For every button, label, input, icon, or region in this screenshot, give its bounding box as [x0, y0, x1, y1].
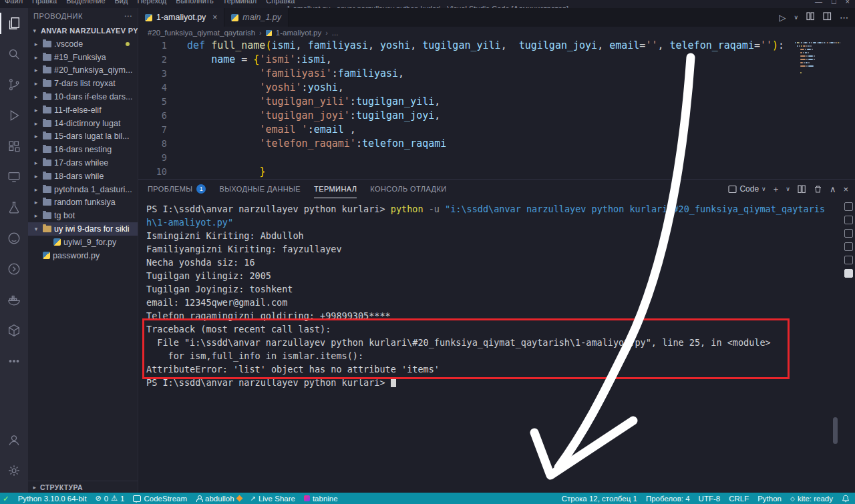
run-dropdown-icon[interactable]: ∨: [794, 14, 798, 21]
new-terminal-icon[interactable]: +: [774, 184, 779, 194]
menu-view[interactable]: Вид: [110, 0, 133, 5]
outline-section[interactable]: ▸ СТРУКТУРА: [28, 481, 138, 493]
remote-explorer-icon[interactable]: [0, 162, 28, 192]
menu-run[interactable]: Выполнить: [171, 0, 218, 5]
maximize-button[interactable]: □: [832, 0, 836, 5]
tree-item[interactable]: ▸18-dars while: [28, 170, 138, 183]
tree-item[interactable]: ▸#20_funksiya_qiym...: [28, 64, 138, 77]
panel-tab-problems[interactable]: ПРОБЛЕМЫ 1: [148, 180, 206, 198]
bottom-panel: ПРОБЛЕМЫ 1 ВЫХОДНЫЕ ДАННЫЕ ТЕРМИНАЛ КОНС…: [138, 179, 855, 493]
terminal-scrollbar[interactable]: [833, 417, 838, 444]
breadcrumb-folder[interactable]: #20_funksiya_qiymat_qaytarish: [148, 29, 255, 37]
breadcrumb[interactable]: #20_funksiya_qiymat_qaytarish › 1-amaliy…: [138, 27, 855, 39]
tree-item[interactable]: ▸tg bot: [28, 209, 138, 222]
testing-flask-icon[interactable]: [0, 192, 28, 223]
activity-bar: [0, 8, 28, 493]
tab-main-1[interactable]: main_1.py: [224, 8, 289, 27]
run-python-file-icon[interactable]: ▷: [779, 13, 786, 23]
tree-item[interactable]: ▸16-dars nesting: [28, 143, 138, 156]
terminal-output[interactable]: PS I:\ssdd\anvar narzullayev python kurl…: [138, 198, 855, 389]
code-line: 3 'familiyasi':familiyasi,: [138, 67, 855, 81]
workspace-root[interactable]: ▾ ANVAR NARZULLAYEV PYT...: [28, 24, 138, 37]
tree-item[interactable]: ▸17-dars whilee: [28, 156, 138, 170]
breadcrumb-symbol[interactable]: ...: [332, 29, 339, 37]
python-interpreter[interactable]: Python 3.10.0 64-bit: [18, 493, 87, 504]
code-editor[interactable]: 1def full_name(ismi, familiyasi, yoshi, …: [138, 39, 855, 179]
maximize-panel-icon[interactable]: ∧: [830, 184, 836, 194]
folder-icon: [43, 107, 51, 113]
menu-go[interactable]: Переход: [132, 0, 171, 5]
tree-item[interactable]: ▸random funksiya: [28, 196, 138, 210]
tree-item[interactable]: ▸14-dictirnory lugat: [28, 117, 138, 130]
account-icon[interactable]: [0, 425, 28, 455]
breadcrumb-file[interactable]: 1-amaliyot.py: [276, 29, 321, 37]
panel-tab-output[interactable]: ВЫХОДНЫЕ ДАННЫЕ: [219, 180, 301, 198]
editor-more-actions-icon[interactable]: ⋯: [840, 13, 848, 23]
tree-item[interactable]: ▸#19_Funksiya: [28, 51, 138, 64]
close-button[interactable]: ×: [846, 0, 850, 5]
search-icon[interactable]: [0, 39, 28, 69]
account-status[interactable]: abdulloh: [196, 493, 241, 504]
minimap[interactable]: [795, 42, 840, 75]
tree-item[interactable]: password.py: [28, 249, 138, 262]
extensions-icon[interactable]: [0, 131, 28, 162]
github-icon[interactable]: [0, 223, 28, 254]
title-bar: Файл Правка Выделение Вид Переход Выполн…: [0, 0, 855, 8]
codestream-status[interactable]: CodeStream: [133, 493, 187, 504]
terminal-dropdown-icon[interactable]: ∨: [786, 186, 790, 192]
encoding[interactable]: UTF-8: [699, 493, 721, 504]
tree-item[interactable]: ▸11-if-else-elif: [28, 103, 138, 117]
split-editor-icon[interactable]: [806, 12, 815, 23]
project-manager-icon[interactable]: [0, 315, 28, 346]
close-panel-icon[interactable]: ×: [843, 184, 848, 194]
tree-item[interactable]: uyiwi_9_for.py: [28, 236, 138, 249]
status-bar: ✓ Python 3.10.0 64-bit ⊘0 ⚠1 CodeStream …: [0, 493, 855, 504]
menu-file[interactable]: Файл: [0, 0, 27, 5]
tab-1-amaliyot[interactable]: 1-amaliyot.py ×: [138, 8, 224, 27]
modified-dot: [126, 42, 130, 46]
status-check[interactable]: ✓: [3, 493, 9, 504]
file-tree: ▸.vscode▸#19_Funksiya▸#20_funksiya_qiym.…: [28, 37, 138, 262]
menu-edit[interactable]: Правка: [27, 0, 61, 5]
kite-status[interactable]: ◇kite: ready: [790, 493, 833, 504]
cursor-position[interactable]: Строка 12, столбец 1: [562, 493, 637, 504]
indentation[interactable]: Пробелов: 4: [646, 493, 690, 504]
terminal-line: Familiyangizni Kiriting: fayzullayev: [146, 242, 855, 256]
menu-selection[interactable]: Выделение: [61, 0, 110, 5]
panel-tab-debug-console[interactable]: КОНСОЛЬ ОТЛАДКИ: [370, 180, 446, 198]
settings-gear-icon[interactable]: [0, 455, 28, 486]
eol-sequence[interactable]: CRLF: [729, 493, 749, 504]
notifications-bell-icon[interactable]: [842, 493, 850, 504]
kill-terminal-icon[interactable]: [814, 185, 822, 194]
menu-terminal[interactable]: Терминал: [218, 0, 262, 5]
python-file-icon: [266, 30, 272, 36]
terminal-line: PS I:\ssdd\anvar narzullayev python kurl…: [146, 202, 855, 216]
docker-icon[interactable]: [0, 284, 28, 315]
tree-item[interactable]: ▸.vscode: [28, 37, 138, 51]
problems-status[interactable]: ⊘0 ⚠1: [96, 493, 125, 504]
live-share-icon[interactable]: [0, 254, 28, 284]
source-control-icon[interactable]: [0, 69, 28, 100]
explorer-more-actions-icon[interactable]: ⋯: [124, 11, 132, 21]
live-share-status[interactable]: ↗Live Share: [250, 493, 295, 504]
minimize-button[interactable]: —: [815, 0, 822, 5]
language-mode[interactable]: Python: [757, 493, 782, 504]
terminal-line: for ism,full_info in ismlar.items():: [146, 349, 855, 362]
panel-tab-terminal[interactable]: ТЕРМИНАЛ: [314, 180, 357, 198]
tree-item[interactable]: ▸15-dars lugat la bil...: [28, 130, 138, 144]
tree-item[interactable]: ▸10-dars if-else dars...: [28, 90, 138, 103]
tab-bar: 1-amaliyot.py × main_1.py ▷ ∨ ⋯: [138, 8, 855, 27]
tabnine-status[interactable]: tabnine: [304, 493, 338, 504]
close-tab-icon[interactable]: ×: [212, 13, 217, 22]
tree-item[interactable]: ▸pytohnda 1_dasturi...: [28, 183, 138, 196]
explorer-icon[interactable]: [0, 8, 28, 39]
more-views-icon[interactable]: [0, 346, 28, 376]
tree-item[interactable]: ▾uy iwi 9-dars for sikli: [28, 222, 138, 236]
run-and-debug-icon[interactable]: [0, 100, 28, 131]
layout-icon[interactable]: [823, 12, 832, 23]
tree-item[interactable]: ▸7-dars list royxat: [28, 77, 138, 90]
terminal-profile-select[interactable]: Code ∨: [728, 184, 765, 194]
split-terminal-icon[interactable]: [798, 185, 806, 194]
menu-help[interactable]: Справка: [261, 0, 299, 5]
error-icon: ⊘: [96, 494, 102, 503]
